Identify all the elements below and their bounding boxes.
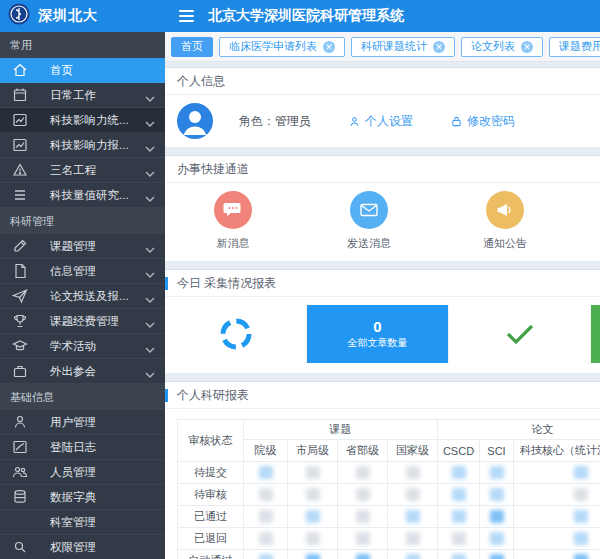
- close-icon[interactable]: ✕: [521, 41, 533, 53]
- paper-plane-icon: [12, 288, 28, 304]
- blurred-count[interactable]: [406, 466, 420, 479]
- document-icon: [12, 263, 28, 279]
- blurred-count[interactable]: [574, 466, 588, 479]
- announcements-shortcut[interactable]: 通知公告: [437, 191, 573, 251]
- blurred-count[interactable]: [452, 510, 466, 523]
- blurred-count[interactable]: [452, 466, 466, 479]
- sidebar-item-info-mgmt[interactable]: 信息管理: [0, 259, 165, 284]
- close-icon[interactable]: ✕: [433, 41, 445, 53]
- new-message-shortcut[interactable]: 新消息: [165, 191, 301, 251]
- total-articles-stat-tile[interactable]: 0 全部文章数量: [307, 305, 449, 363]
- blurred-count[interactable]: [452, 554, 466, 559]
- col-cscd: CSCD: [438, 440, 480, 462]
- tab-home[interactable]: 首页: [171, 37, 213, 57]
- sidebar-item-login-log[interactable]: 登陆日志: [0, 435, 165, 460]
- blurred-count[interactable]: [306, 554, 320, 559]
- blurred-count[interactable]: [574, 554, 588, 559]
- blurred-count[interactable]: [490, 466, 504, 479]
- tab-research-project-stats[interactable]: 科研课题统计 ✕: [351, 37, 455, 57]
- sidebar-item-home[interactable]: 首页: [0, 58, 165, 83]
- success-stat-tile[interactable]: [449, 305, 591, 363]
- quick-channels-title: 办事快捷通道: [165, 156, 600, 183]
- sidebar-item-project-mgmt[interactable]: 课题管理: [0, 234, 165, 259]
- stat-label: 全部文章数量: [348, 336, 408, 350]
- sidebar-item-user-mgmt[interactable]: 用户管理: [0, 410, 165, 435]
- sidebar-item-impact-stats[interactable]: 科技影响力统...: [0, 108, 165, 133]
- blurred-count[interactable]: [452, 488, 466, 501]
- blurred-count[interactable]: [356, 466, 370, 479]
- blurred-count[interactable]: [259, 466, 273, 479]
- blurred-count[interactable]: [306, 488, 320, 501]
- page-title: 北京大学深圳医院科研管理系统: [208, 7, 404, 25]
- send-message-shortcut[interactable]: 发送消息: [301, 191, 437, 251]
- green-stat-tile[interactable]: [591, 305, 600, 363]
- blurred-count[interactable]: [356, 510, 370, 523]
- tab-project-fee-report[interactable]: 课题费用报表 ✕: [549, 37, 600, 57]
- sidebar-item-personnel-mgmt[interactable]: 人员管理: [0, 460, 165, 485]
- blurred-count[interactable]: [306, 510, 320, 523]
- col-core-journal: 科技核心（统计源）期刊: [514, 440, 600, 462]
- change-password-link[interactable]: 修改密码: [451, 113, 515, 130]
- chart-line-icon: [12, 439, 28, 455]
- sidebar-item-permission-mgmt[interactable]: 权限管理: [0, 535, 165, 559]
- blurred-count[interactable]: [406, 510, 420, 523]
- col-sci: SCI: [480, 440, 514, 462]
- chevron-down-icon: [145, 343, 155, 349]
- blurred-count[interactable]: [356, 554, 370, 559]
- briefcase-icon: [12, 363, 28, 379]
- role-text: 角色：管理员: [239, 113, 311, 130]
- sidebar-item-sanming-project[interactable]: 三名工程: [0, 158, 165, 183]
- personal-settings-link[interactable]: 个人设置: [349, 113, 413, 130]
- col-group-paper: 论文: [438, 420, 600, 440]
- sidebar-item-impact-report[interactable]: 科技影响力报...: [0, 133, 165, 158]
- sidebar-item-academic-activity[interactable]: 学术活动: [0, 334, 165, 359]
- blurred-count[interactable]: [574, 532, 588, 545]
- blurred-count[interactable]: [306, 532, 320, 545]
- tab-paper-list[interactable]: 论文列表 ✕: [461, 37, 543, 57]
- blurred-count[interactable]: [406, 488, 420, 501]
- blurred-count[interactable]: [259, 488, 273, 501]
- user-icon: [12, 414, 28, 430]
- check-icon: [504, 322, 536, 346]
- blurred-count[interactable]: [490, 510, 504, 523]
- sidebar-item-daily-work[interactable]: 日常工作: [0, 83, 165, 108]
- blurred-count[interactable]: [406, 532, 420, 545]
- sidebar-section-common: 常用: [0, 32, 165, 58]
- sidebar-item-tech-value-research[interactable]: 科技量值研究...: [0, 183, 165, 208]
- blurred-count[interactable]: [490, 532, 504, 545]
- blurred-count[interactable]: [356, 488, 370, 501]
- sidebar-item-data-dictionary[interactable]: 数据字典: [0, 485, 165, 510]
- blurred-count[interactable]: [259, 532, 273, 545]
- sidebar-section-basic-info: 基础信息: [0, 384, 165, 410]
- chart-up-icon: [12, 137, 28, 153]
- blurred-count[interactable]: [406, 554, 420, 559]
- blurred-count[interactable]: [356, 532, 370, 545]
- brand-text: 深圳北大: [38, 7, 98, 25]
- sidebar-item-conference[interactable]: 外出参会: [0, 359, 165, 384]
- table-row: 自动通过: [178, 550, 600, 559]
- close-icon[interactable]: ✕: [323, 41, 335, 53]
- list-icon: [12, 187, 28, 203]
- blurred-count[interactable]: [490, 554, 504, 559]
- sidebar-item-department-mgmt[interactable]: 科室管理: [0, 510, 165, 535]
- blurred-count[interactable]: [490, 488, 504, 501]
- blurred-count[interactable]: [452, 532, 466, 545]
- blurred-count[interactable]: [259, 554, 273, 559]
- sidebar-item-funding-mgmt[interactable]: 课题经费管理: [0, 309, 165, 334]
- table-row: 已通过: [178, 506, 600, 528]
- blurred-count[interactable]: [574, 488, 588, 501]
- blurred-count[interactable]: [306, 466, 320, 479]
- blurred-count[interactable]: [259, 510, 273, 523]
- menu-toggle-icon[interactable]: [179, 10, 194, 22]
- row-label: 已退回: [178, 528, 244, 550]
- trophy-icon: [12, 313, 28, 329]
- tab-clinical-application-list[interactable]: 临床医学申请列表 ✕: [219, 37, 345, 57]
- row-label: 待提交: [178, 462, 244, 484]
- chevron-down-icon: [145, 293, 155, 299]
- row-label: 自动通过: [178, 550, 244, 559]
- blurred-count[interactable]: [574, 510, 588, 523]
- sidebar-section-research-mgmt: 科研管理: [0, 208, 165, 234]
- loading-stat-tile[interactable]: [165, 305, 307, 363]
- sidebar-item-paper-submission[interactable]: 论文投送及报...: [0, 284, 165, 309]
- table-row: 待提交: [178, 462, 600, 484]
